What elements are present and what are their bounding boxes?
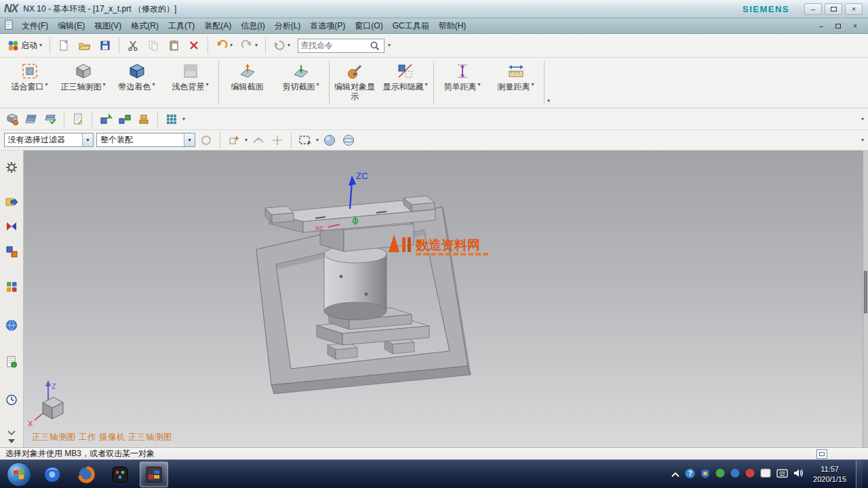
trimetric-view-button[interactable]: 正三轴测图▾ bbox=[56, 59, 110, 106]
chevron-down-icon[interactable]: ▾ bbox=[425, 82, 427, 87]
menu-gc-toolbox[interactable]: GC工具箱 bbox=[388, 18, 434, 33]
menu-window[interactable]: 窗口(O) bbox=[350, 18, 387, 33]
copy-button[interactable] bbox=[144, 37, 163, 55]
assembly-constraints-button[interactable] bbox=[117, 111, 133, 127]
chevron-down-icon[interactable]: ▾ bbox=[245, 138, 248, 143]
edit-section-button[interactable]: 编辑截面 bbox=[220, 59, 274, 106]
chevron-down-icon[interactable]: ▾ bbox=[182, 117, 185, 122]
save-button[interactable] bbox=[96, 37, 115, 55]
undo-button[interactable]: ▾ bbox=[212, 37, 236, 55]
show-and-hide-button[interactable]: 显示和隐藏▾ bbox=[378, 59, 432, 106]
export-icon[interactable] bbox=[4, 194, 19, 209]
taskbar-app-button[interactable] bbox=[106, 462, 134, 487]
chevron-down-icon[interactable]: ▾ bbox=[205, 82, 208, 87]
chevron-down-icon[interactable]: ▾ bbox=[531, 82, 534, 87]
mdi-restore-button[interactable] bbox=[831, 20, 846, 31]
menu-tools[interactable]: 工具(T) bbox=[163, 18, 199, 33]
chevron-down-icon[interactable]: ▾ bbox=[152, 82, 155, 87]
tray-keyboard-icon[interactable] bbox=[776, 469, 788, 480]
resource-bar-scroll-chevron[interactable] bbox=[7, 430, 16, 436]
toolbar-overflow-chevron[interactable]: ▾ bbox=[547, 98, 550, 104]
constraint-navigator-icon[interactable] bbox=[4, 219, 19, 234]
shaded-with-edges-button[interactable]: 带边着色▾ bbox=[110, 59, 163, 106]
layer-settings-button[interactable] bbox=[42, 111, 58, 127]
graphics-viewport[interactable]: ZC XC 数造资料网 bbox=[24, 150, 868, 447]
reuse-library-icon[interactable] bbox=[4, 279, 19, 294]
grid-display-button[interactable] bbox=[163, 111, 180, 127]
search-input[interactable] bbox=[300, 41, 370, 50]
maximize-button[interactable] bbox=[825, 3, 842, 15]
find-component-button[interactable] bbox=[4, 111, 20, 127]
measure-distance-button[interactable]: 测量距离▾ bbox=[489, 59, 542, 106]
snap-point-button[interactable] bbox=[226, 132, 242, 148]
viewport-canvas[interactable]: ZC XC 数造资料网 bbox=[24, 150, 863, 447]
assembly-scope-dropdown[interactable]: 整个装配 ▾ bbox=[96, 133, 195, 147]
viewport-scrollbar[interactable] bbox=[863, 150, 868, 447]
menu-format[interactable]: 格式(R) bbox=[126, 18, 163, 33]
cut-button[interactable] bbox=[123, 37, 142, 55]
minimize-button[interactable]: – bbox=[804, 3, 822, 15]
chevron-down-icon[interactable]: ▾ bbox=[316, 82, 319, 87]
light-background-button[interactable]: 浅色背景▾ bbox=[163, 59, 217, 106]
clip-section-button[interactable]: 剪切截面▾ bbox=[274, 59, 328, 106]
point-dialog-button[interactable] bbox=[269, 132, 285, 148]
menu-analysis[interactable]: 分析(L) bbox=[270, 18, 306, 33]
new-file-button[interactable] bbox=[54, 37, 73, 55]
delete-button[interactable] bbox=[184, 37, 203, 55]
simple-distance-button[interactable]: 简单距离▾ bbox=[435, 59, 489, 106]
tray-blue-icon[interactable] bbox=[730, 468, 740, 480]
mdi-close-button[interactable]: × bbox=[848, 20, 863, 31]
resource-bar-options-chevron[interactable] bbox=[8, 438, 15, 445]
move-component-button[interactable] bbox=[98, 111, 114, 127]
history-icon[interactable] bbox=[4, 392, 19, 407]
taskbar-browser-button[interactable] bbox=[38, 462, 66, 487]
menu-view[interactable]: 视图(V) bbox=[90, 18, 126, 33]
tray-speaker-icon[interactable] bbox=[793, 468, 804, 480]
tray-help-icon[interactable]: ? bbox=[685, 468, 695, 481]
selection-filter-dropdown[interactable]: 没有选择过滤器 ▾ bbox=[4, 133, 94, 147]
close-button[interactable]: × bbox=[845, 3, 863, 15]
wireframe-sphere-button[interactable] bbox=[340, 132, 357, 148]
point-on-curve-button[interactable] bbox=[250, 132, 267, 148]
toolbar-overflow-chevron[interactable]: ▾ bbox=[861, 117, 864, 122]
report-button[interactable] bbox=[70, 111, 86, 127]
mdi-minimize-button[interactable]: – bbox=[814, 20, 829, 31]
redo-button[interactable]: ▾ bbox=[237, 37, 261, 55]
search-options-chevron[interactable]: ▾ bbox=[388, 43, 391, 48]
select-all-button[interactable] bbox=[198, 132, 214, 148]
chevron-down-icon[interactable]: ▾ bbox=[102, 82, 105, 87]
start-menu-button[interactable]: 启动 ▾ bbox=[3, 37, 45, 55]
shaded-sphere-button[interactable] bbox=[321, 132, 338, 148]
settings-gear-icon[interactable] bbox=[4, 160, 19, 175]
scrollbar-thumb[interactable] bbox=[864, 271, 867, 313]
menu-assemblies[interactable]: 装配(A) bbox=[199, 18, 236, 33]
taskbar-clock[interactable]: 11:57 2020/1/15 bbox=[813, 464, 846, 484]
menu-help[interactable]: 帮助(H) bbox=[434, 18, 471, 33]
menu-preferences[interactable]: 首选项(P) bbox=[305, 18, 350, 33]
document-navigator-icon[interactable] bbox=[4, 354, 19, 369]
menu-file[interactable]: 文件(F) bbox=[17, 18, 53, 33]
chevron-down-icon[interactable]: ▾ bbox=[316, 138, 319, 143]
edit-object-display-button[interactable]: 编辑对象显示 bbox=[331, 59, 378, 106]
status-window-button[interactable] bbox=[816, 449, 827, 459]
paste-button[interactable] bbox=[164, 37, 183, 55]
toolbar-overflow-chevron[interactable]: ▾ bbox=[861, 138, 864, 143]
taskbar-firefox-button[interactable] bbox=[72, 462, 100, 487]
part-navigator-icon[interactable] bbox=[4, 244, 19, 259]
show-hidden-icons-chevron[interactable] bbox=[671, 470, 679, 479]
tray-input-method-icon[interactable] bbox=[760, 468, 771, 480]
chevron-down-icon[interactable]: ▾ bbox=[477, 82, 480, 87]
search-icon[interactable] bbox=[370, 41, 380, 51]
repeat-command-button[interactable]: ▾ bbox=[270, 37, 294, 55]
rectangle-select-button[interactable] bbox=[297, 132, 313, 148]
tray-red-icon[interactable] bbox=[745, 468, 755, 480]
taskbar-nx-button[interactable] bbox=[140, 462, 168, 487]
tray-shield-icon[interactable] bbox=[701, 468, 710, 481]
component-layers-button[interactable] bbox=[23, 111, 39, 127]
web-browser-icon[interactable] bbox=[4, 318, 19, 333]
start-button[interactable] bbox=[7, 462, 31, 487]
menu-information[interactable]: 信息(I) bbox=[236, 18, 269, 33]
fit-window-button[interactable]: 适合窗口▾ bbox=[3, 59, 56, 106]
tray-green-icon[interactable] bbox=[715, 468, 725, 480]
menu-edit[interactable]: 编辑(E) bbox=[53, 18, 90, 33]
